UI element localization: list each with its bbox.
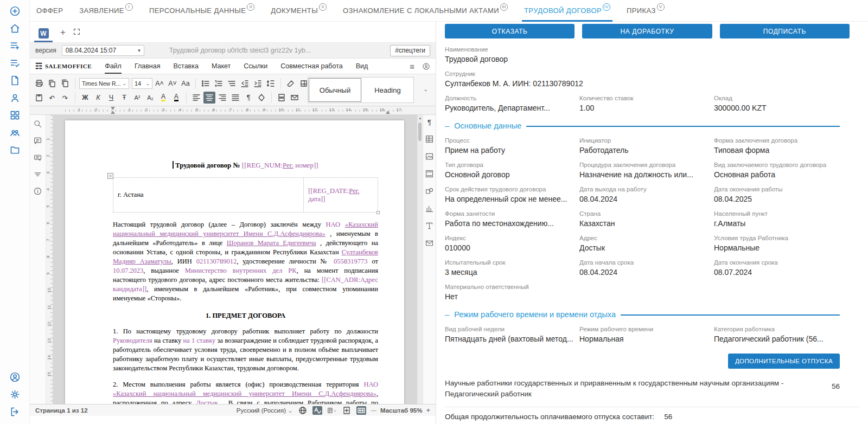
section-heading-1[interactable]: 1. ПРЕДМЕТ ДОГОВОРА (113, 312, 378, 320)
city-cell[interactable]: г. Астана (113, 178, 304, 213)
tab-offer[interactable]: ОФФЕР (36, 0, 63, 22)
align-center-icon[interactable] (203, 92, 215, 104)
home-icon[interactable] (9, 23, 21, 34)
section-work-schedule[interactable]: – Режим рабочего времени и времени отдых… (445, 310, 859, 319)
nav-pilcrow-icon[interactable]: ¶ (427, 118, 431, 126)
tab-order[interactable]: ПРИКАЗV (627, 0, 665, 22)
style-gallery-expand-icon[interactable]: ⌄ (424, 86, 428, 92)
tab-local-acts[interactable]: ОЗНАКОМЛЕНИЕ С ЛОКАЛЬНЫМИ АКТАМИIII (343, 0, 508, 22)
undo-icon[interactable]: ↶ (46, 92, 58, 104)
request-add-icon[interactable] (9, 40, 21, 52)
font-color-icon[interactable]: А (170, 92, 182, 104)
fit-page-icon[interactable] (342, 406, 352, 415)
paste-icon[interactable] (33, 92, 45, 104)
decrease-font-icon[interactable]: А˅ (167, 78, 178, 89)
print-icon[interactable] (33, 78, 45, 89)
document-page[interactable]: Трудовой договор № [[REG_NUM:Рег. номер]… (65, 120, 404, 404)
decrease-indent-icon[interactable] (239, 78, 251, 89)
superscript-icon[interactable]: А² (131, 92, 143, 104)
subscript-icon[interactable]: А₂ (144, 92, 156, 104)
bold-icon[interactable]: Ж (79, 92, 91, 104)
spec-tags-button[interactable]: #спецтеги (390, 45, 430, 56)
copy-style-icon[interactable] (46, 78, 58, 89)
comments-icon[interactable] (33, 136, 42, 145)
align-right-icon[interactable] (216, 92, 228, 104)
redo-icon[interactable]: ↷ (59, 92, 71, 104)
menu-insert[interactable]: Вставка (173, 59, 198, 74)
increase-font-icon[interactable]: А˄ (154, 78, 165, 89)
image-settings-icon[interactable] (425, 152, 434, 161)
right-indent-marker[interactable] (386, 108, 390, 114)
collapse-icon[interactable]: – (445, 121, 449, 130)
hamburger-icon[interactable]: ≡ (410, 62, 414, 71)
menu-layout[interactable]: Макет (212, 59, 231, 74)
table-settings-icon[interactable] (425, 134, 434, 144)
chart-settings-icon[interactable] (425, 204, 434, 213)
bullet-list-icon[interactable] (200, 78, 212, 89)
logout-icon[interactable] (9, 406, 21, 417)
user-circle-icon[interactable] (9, 371, 21, 383)
rework-button[interactable]: НА ДОРАБОТКУ (582, 24, 712, 38)
ruler-horizontal[interactable]: 211234567891011121314151617 (30, 106, 436, 115)
request-check-icon[interactable] (9, 57, 21, 69)
header-footer-icon[interactable] (425, 169, 434, 178)
align-left-icon[interactable] (190, 92, 202, 104)
menu-view[interactable]: Вид (356, 59, 368, 74)
headings-icon[interactable] (33, 170, 42, 179)
set-language-icon[interactable] (298, 406, 308, 415)
tab-labor-contract[interactable]: ТРУДОВОЙ ДОГОВОРIV (524, 0, 610, 22)
people-icon[interactable] (9, 127, 21, 138)
sign-button[interactable]: ПОДПИСАТЬ (720, 24, 850, 38)
account-icon[interactable] (422, 62, 430, 70)
paragraph-shading-icon[interactable] (256, 92, 267, 104)
mail-merge-icon[interactable] (289, 92, 301, 104)
menu-collaboration[interactable]: Совместная работа (280, 59, 342, 74)
zoom-in-button[interactable]: + (426, 406, 430, 414)
table-resize-handle[interactable] (376, 211, 380, 214)
strikethrough-icon[interactable]: Ŧ (118, 92, 130, 104)
header-table[interactable]: г. Астана [[REG_DATE:Рег. дата]] (113, 177, 378, 213)
left-indent-marker[interactable] (111, 108, 115, 114)
search-icon[interactable] (33, 119, 42, 129)
mailmerge-panel-icon[interactable] (425, 239, 434, 248)
reject-button[interactable]: ОТКАЗАТЬ (445, 24, 575, 38)
clear-style-icon[interactable] (285, 78, 297, 89)
word-document-tab[interactable]: W (34, 28, 53, 42)
shape-settings-icon[interactable] (425, 187, 434, 196)
line-spacing-icon[interactable] (265, 78, 277, 89)
font-size-select[interactable]: 14⌄ (132, 78, 152, 89)
scrollbar-thumb[interactable] (418, 123, 422, 141)
settings-gear-icon[interactable] (9, 389, 21, 400)
folder-icon[interactable] (9, 144, 21, 156)
apps-grid-icon[interactable] (9, 110, 21, 121)
style-heading[interactable]: Heading (362, 78, 413, 102)
paragraph-1[interactable]: 1. По настоящему трудовому договору рабо… (113, 327, 378, 373)
document-scrollbar[interactable]: ▲ (417, 115, 423, 404)
plus-circle-icon[interactable] (9, 5, 21, 17)
fit-width-icon[interactable] (356, 406, 366, 415)
italic-icon[interactable]: К (92, 92, 104, 104)
highlight-color-icon[interactable]: А (157, 92, 169, 104)
tab-application[interactable]: ЗАЯВЛЕНИЕI (79, 0, 133, 22)
reg-date-cell[interactable]: [[REG_DATE:Рег. дата]] (304, 178, 378, 213)
menu-file[interactable]: Файл (105, 59, 122, 74)
multilevel-list-icon[interactable] (226, 78, 238, 89)
additional-vacations-button[interactable]: ДОПОЛНИТЕЛЬНЫЕ ОТПУСКА (728, 354, 840, 369)
table-move-handle[interactable]: + (107, 173, 113, 179)
menu-references[interactable]: Ссылки (244, 59, 267, 74)
paragraph-2[interactable]: 2. Местом выполнения работы является (оф… (113, 380, 378, 404)
tab-documents[interactable]: ДОКУМЕНТЫII (271, 0, 327, 22)
menu-home[interactable]: Главная (135, 59, 161, 74)
document-icon[interactable] (9, 75, 21, 86)
about-icon[interactable] (33, 187, 42, 196)
language-select[interactable]: Русский (Россия) ⌄ (237, 407, 293, 414)
numbered-list-icon[interactable] (213, 78, 225, 89)
track-changes-icon[interactable]: ⌄ (327, 406, 337, 415)
tab-personal-data[interactable]: ПЕРСОНАЛЬНЫЕ ДАННЫЕII (149, 0, 254, 22)
page-break-icon[interactable] (276, 92, 288, 104)
fullscreen-icon[interactable] (73, 28, 80, 42)
collapse-icon[interactable]: – (445, 310, 449, 319)
zoom-out-button[interactable]: — (371, 407, 376, 413)
paragraph-marks-icon[interactable]: ¶ (242, 92, 254, 104)
new-document-tab-button[interactable]: + (60, 27, 66, 42)
